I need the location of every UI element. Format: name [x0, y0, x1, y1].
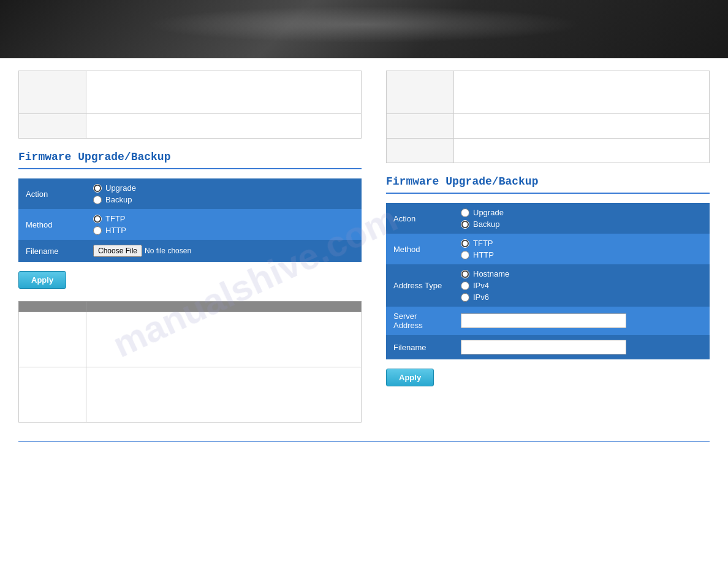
- right-info-cell-3a: [387, 139, 454, 163]
- left-bottom-table: [18, 301, 362, 423]
- right-address-ipv4-radio[interactable]: [461, 282, 469, 290]
- right-address-hostname-option[interactable]: Hostname: [461, 269, 702, 278]
- right-info-cell-2a: [387, 114, 454, 139]
- right-action-upgrade-radio[interactable]: [461, 209, 469, 217]
- action-upgrade-option[interactable]: Upgrade: [93, 183, 354, 193]
- right-method-http-option[interactable]: HTTP: [461, 250, 702, 259]
- right-method-tftp-option[interactable]: TFTP: [461, 239, 702, 248]
- left-column: Firmware Upgrade/Backup Action Upgrade B…: [18, 71, 362, 423]
- left-info-cell-2b: [86, 114, 362, 139]
- right-method-http-label: HTTP: [473, 250, 494, 259]
- right-address-type-label: Address Type: [386, 264, 453, 307]
- bottom-col2-header: [86, 302, 362, 312]
- filename-cell[interactable]: [86, 240, 362, 262]
- left-info-cell-1a: [19, 71, 86, 114]
- filename-input[interactable]: [93, 245, 232, 257]
- right-filename-label: Filename: [386, 335, 453, 359]
- action-radio-group[interactable]: Upgrade Backup: [93, 183, 354, 204]
- right-info-cell-1b: [454, 71, 710, 114]
- file-input-wrapper[interactable]: [93, 245, 354, 257]
- right-method-tftp-label: TFTP: [473, 239, 493, 248]
- left-info-cell-2a: [19, 114, 86, 139]
- action-backup-radio[interactable]: [93, 196, 102, 204]
- right-method-label: Method: [386, 234, 453, 264]
- right-info-cell-2b: [454, 114, 710, 139]
- bottom-row1-col1: [19, 312, 86, 367]
- right-address-ipv6-option[interactable]: IPv6: [461, 293, 702, 302]
- right-action-radio-group[interactable]: Upgrade Backup: [461, 208, 702, 229]
- right-server-address-label: Server Address: [386, 307, 453, 335]
- right-method-options[interactable]: TFTP HTTP: [453, 234, 710, 264]
- method-http-option[interactable]: HTTP: [93, 226, 354, 235]
- right-address-ipv6-radio[interactable]: [461, 293, 469, 302]
- right-section-title: Firmware Upgrade/Backup: [386, 175, 710, 188]
- right-method-http-radio[interactable]: [461, 251, 469, 259]
- right-method-tftp-radio[interactable]: [461, 239, 469, 248]
- action-backup-option[interactable]: Backup: [93, 195, 354, 204]
- bottom-row2-col2: [86, 367, 362, 423]
- left-section-divider: [18, 168, 362, 169]
- right-apply-button[interactable]: Apply: [386, 369, 434, 386]
- right-section-divider: [386, 193, 710, 194]
- right-address-ipv6-label: IPv6: [473, 293, 489, 302]
- right-firmware-table: Action Upgrade Backup Method: [386, 203, 710, 359]
- right-info-cell-3b: [454, 139, 710, 163]
- method-options[interactable]: TFTP HTTP: [86, 209, 362, 240]
- method-tftp-label: TFTP: [105, 214, 126, 223]
- right-column: Firmware Upgrade/Backup Action Upgrade B…: [386, 71, 710, 423]
- right-info-cell-1a: [387, 71, 454, 114]
- right-address-hostname-radio[interactable]: [461, 270, 469, 278]
- bottom-row2-col1: [19, 367, 86, 423]
- right-action-backup-radio[interactable]: [461, 220, 469, 229]
- right-filename-cell[interactable]: [453, 335, 710, 359]
- right-server-address-input[interactable]: [461, 313, 626, 328]
- right-address-type-radio-group[interactable]: Hostname IPv4 IPv6: [461, 269, 702, 302]
- main-content: Firmware Upgrade/Backup Action Upgrade B…: [0, 58, 728, 435]
- right-action-backup-label: Backup: [473, 220, 499, 229]
- header-banner: [0, 0, 728, 58]
- right-address-ipv4-label: IPv4: [473, 281, 489, 290]
- action-upgrade-radio[interactable]: [93, 184, 102, 193]
- right-filename-input[interactable]: [461, 340, 626, 354]
- right-info-table: [386, 71, 710, 163]
- method-http-label: HTTP: [105, 226, 126, 235]
- action-options[interactable]: Upgrade Backup: [86, 178, 362, 209]
- method-radio-group[interactable]: TFTP HTTP: [93, 214, 354, 235]
- action-upgrade-label: Upgrade: [105, 183, 136, 193]
- method-label: Method: [18, 209, 86, 240]
- right-action-upgrade-label: Upgrade: [473, 208, 504, 217]
- right-action-options[interactable]: Upgrade Backup: [453, 203, 710, 234]
- action-backup-label: Backup: [105, 195, 132, 204]
- right-address-type-options[interactable]: Hostname IPv4 IPv6: [453, 264, 710, 307]
- method-tftp-radio[interactable]: [93, 215, 102, 223]
- method-tftp-option[interactable]: TFTP: [93, 214, 354, 223]
- bottom-col1-header: [19, 302, 86, 312]
- action-label: Action: [18, 178, 86, 209]
- footer-divider: [18, 441, 710, 442]
- filename-label: Filename: [18, 240, 86, 262]
- right-action-backup-option[interactable]: Backup: [461, 220, 702, 229]
- right-action-upgrade-option[interactable]: Upgrade: [461, 208, 702, 217]
- right-method-radio-group[interactable]: TFTP HTTP: [461, 239, 702, 259]
- method-http-radio[interactable]: [93, 226, 102, 235]
- right-address-hostname-label: Hostname: [473, 269, 509, 278]
- right-address-ipv4-option[interactable]: IPv4: [461, 281, 702, 290]
- left-info-cell-1b: [86, 71, 362, 114]
- left-firmware-table: Action Upgrade Backup Method: [18, 178, 362, 262]
- right-server-address-cell[interactable]: [453, 307, 710, 335]
- right-action-label: Action: [386, 203, 453, 234]
- left-info-table: [18, 71, 362, 139]
- bottom-row1-col2: [86, 312, 362, 367]
- left-apply-button[interactable]: Apply: [18, 271, 66, 289]
- left-section-title: Firmware Upgrade/Backup: [18, 151, 362, 163]
